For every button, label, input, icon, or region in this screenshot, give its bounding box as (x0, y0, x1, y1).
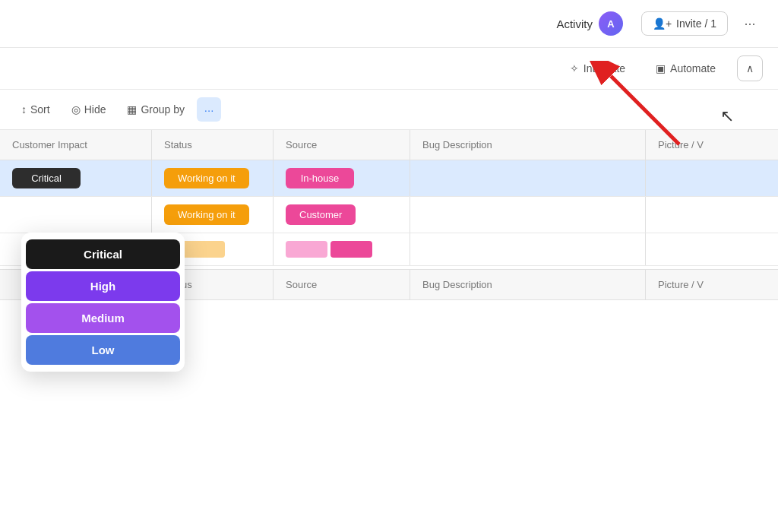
cell-bug-desc-2 (410, 197, 646, 233)
invite-button[interactable]: 👤+ Invite / 1 (641, 11, 728, 36)
chevron-up-icon: ∧ (746, 62, 754, 74)
group-by-button[interactable]: ▦ Group by (118, 98, 194, 121)
invite-label: Invite / 1 (676, 17, 716, 30)
automate-button[interactable]: ▣ Automate (647, 57, 725, 80)
cell-source-3 (274, 233, 410, 265)
table-container: Customer Impact Status Source Bug Descri… (0, 130, 778, 300)
sub-header: ✧ Integrate ▣ Automate ∧ (0, 48, 778, 90)
cell-status-1: Working on it (152, 160, 274, 196)
cell-bug-desc-1 (410, 160, 646, 196)
cell-picture-3 (646, 233, 778, 265)
cell-customer-impact-1: Critical (0, 160, 152, 196)
dropdown-item-critical[interactable]: Critical (26, 239, 180, 269)
critical-badge[interactable]: Critical (12, 168, 81, 188)
automate-icon: ▣ (656, 62, 666, 74)
ellipsis-icon: ··· (744, 16, 755, 32)
group-by-icon: ▦ (127, 103, 137, 116)
automate-label: Automate (670, 62, 716, 74)
avatar: A (599, 11, 623, 36)
integrate-button[interactable]: ✧ Integrate (561, 57, 634, 80)
sort-icon: ↕ (21, 103, 27, 116)
bottom-col-bug-description: Bug Description (410, 270, 646, 299)
col-customer-impact: Customer Impact (0, 130, 152, 160)
partial-source-badge-dark (330, 241, 372, 258)
table-row: Working on it Customer (0, 197, 778, 233)
cell-source-1: In-house (274, 160, 410, 196)
working-on-it-badge-2[interactable]: Working on it (164, 204, 249, 225)
hide-label: Hide (84, 103, 106, 116)
cell-picture-2 (646, 197, 778, 233)
top-header: Activity A 👤+ Invite / 1 ··· (0, 0, 778, 48)
hide-icon: ◎ (71, 103, 81, 116)
bottom-col-source: Source (274, 270, 410, 299)
sort-button[interactable]: ↕ Sort (12, 98, 59, 121)
main-toolbar: ↕ Sort ◎ Hide ▦ Group by ··· (0, 90, 778, 130)
dropdown-item-low[interactable]: Low (26, 335, 180, 365)
invite-icon: 👤+ (653, 17, 672, 30)
integrate-icon: ✧ (570, 62, 579, 74)
integrate-label: Integrate (584, 62, 625, 74)
col-status: Status (152, 130, 274, 160)
more-options-button[interactable]: ··· (737, 11, 763, 36)
bottom-col-picture: Picture / V (646, 270, 778, 299)
customer-impact-dropdown: Critical High Medium Low (21, 233, 185, 372)
working-on-it-badge[interactable]: Working on it (164, 168, 249, 188)
cell-picture-1 (646, 160, 778, 196)
hide-button[interactable]: ◎ Hide (62, 98, 115, 121)
col-bug-description: Bug Description (410, 130, 646, 160)
table-row: Critical Working on it In-house (0, 160, 778, 197)
customer-badge[interactable]: Customer (286, 204, 356, 225)
toolbar-ellipsis-icon: ··· (204, 103, 214, 116)
activity-label: Activity (556, 17, 593, 30)
table-header: Customer Impact Status Source Bug Descri… (0, 130, 778, 160)
in-house-badge[interactable]: In-house (286, 168, 354, 188)
col-picture: Picture / V (646, 130, 778, 160)
sort-label: Sort (30, 103, 50, 116)
cell-status-2: Working on it (152, 197, 274, 233)
collapse-button[interactable]: ∧ (737, 55, 763, 81)
dropdown-item-medium[interactable]: Medium (26, 303, 180, 333)
partial-source-badges (286, 241, 372, 258)
partial-source-badge-light (286, 241, 327, 258)
col-source: Source (274, 130, 410, 160)
dropdown-item-high[interactable]: High (26, 271, 180, 301)
cell-bug-desc-3 (410, 233, 646, 265)
toolbar-more-button[interactable]: ··· (197, 97, 221, 122)
activity-section: Activity A (556, 11, 623, 36)
cell-source-2: Customer (274, 197, 410, 233)
cell-customer-impact-2 (0, 197, 152, 233)
group-by-label: Group by (141, 103, 185, 116)
